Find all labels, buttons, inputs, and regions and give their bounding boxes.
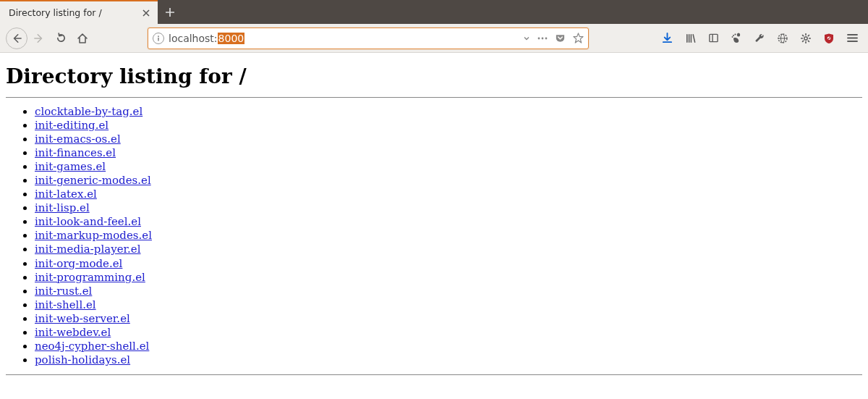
browser-tab[interactable]: Directory listing for /: [0, 0, 158, 24]
tab-bar: Directory listing for /: [0, 0, 868, 24]
url-host: localhost:: [169, 33, 218, 44]
list-item: init-lisp.el: [35, 201, 862, 215]
nav-bar: localhost:8000: [0, 24, 868, 53]
file-link[interactable]: clocktable-by-tag.el: [35, 105, 142, 118]
list-item: init-editing.el: [35, 119, 862, 133]
list-item: init-rust.el: [35, 285, 862, 298]
list-item: init-media-player.el: [35, 243, 862, 256]
list-item: init-org-mode.el: [35, 257, 862, 271]
list-item: neo4j-cypher-shell.el: [35, 340, 862, 353]
page-actions-icon[interactable]: [537, 37, 548, 40]
file-link[interactable]: neo4j-cypher-shell.el: [35, 340, 149, 353]
url-bar[interactable]: localhost:8000: [148, 28, 589, 49]
list-item: init-look-and-feel.el: [35, 215, 862, 229]
list-item: init-latex.el: [35, 188, 862, 201]
back-button[interactable]: [6, 28, 27, 49]
svg-rect-16: [801, 38, 803, 39]
dropdown-icon[interactable]: [523, 35, 530, 42]
list-item: init-generic-modes.el: [35, 174, 862, 188]
list-item: init-shell.el: [35, 298, 862, 312]
list-item: init-programming.el: [35, 271, 862, 285]
file-link[interactable]: init-games.el: [35, 160, 106, 173]
list-item: init-emacs-os.el: [35, 133, 862, 146]
svg-rect-21: [807, 40, 809, 42]
home-button[interactable]: [72, 28, 93, 49]
file-link[interactable]: init-lisp.el: [35, 201, 90, 214]
downloads-icon[interactable]: [660, 31, 674, 46]
url-port: 8000: [218, 33, 245, 44]
svg-point-8: [734, 33, 736, 35]
list-item: polish-holidays.el: [35, 353, 862, 367]
gnome-foot-icon[interactable]: [729, 31, 744, 46]
sidebar-icon[interactable]: [706, 31, 720, 46]
reload-button[interactable]: [51, 28, 71, 49]
svg-point-7: [737, 33, 740, 36]
svg-point-4: [545, 37, 548, 39]
svg-rect-19: [801, 40, 804, 42]
file-link[interactable]: init-shell.el: [35, 298, 96, 311]
divider: [6, 97, 862, 98]
page-title: Directory listing for /: [6, 64, 862, 88]
file-link[interactable]: init-editing.el: [35, 119, 109, 132]
toolbar-right: [660, 31, 862, 46]
bookmark-star-icon[interactable]: [573, 33, 584, 43]
new-tab-button[interactable]: [158, 0, 182, 24]
tab-title: Directory listing for /: [9, 7, 140, 18]
file-link[interactable]: init-generic-modes.el: [35, 174, 151, 187]
library-icon[interactable]: [683, 31, 697, 46]
svg-point-2: [538, 37, 540, 39]
ublock-shield-icon[interactable]: [822, 31, 836, 46]
svg-point-9: [733, 35, 734, 36]
svg-rect-1: [158, 38, 159, 41]
globe-icon[interactable]: [775, 31, 790, 46]
svg-point-3: [542, 37, 544, 39]
svg-rect-20: [801, 34, 804, 36]
file-link[interactable]: init-markup-modes.el: [35, 229, 152, 242]
gear-icon[interactable]: [799, 31, 813, 46]
list-item: init-webdev.el: [35, 326, 862, 340]
menu-hamburger-icon[interactable]: [845, 31, 859, 46]
list-item: init-games.el: [35, 160, 862, 174]
svg-rect-15: [805, 41, 807, 43]
file-link[interactable]: init-latex.el: [35, 188, 97, 201]
close-tab-icon[interactable]: [140, 7, 152, 19]
file-link[interactable]: init-programming.el: [35, 271, 145, 284]
list-item: clocktable-by-tag.el: [35, 105, 862, 119]
svg-rect-17: [809, 38, 811, 39]
list-item: init-markup-modes.el: [35, 229, 862, 243]
forward-button[interactable]: [29, 28, 49, 49]
list-item: init-finances.el: [35, 146, 862, 160]
file-link[interactable]: init-look-and-feel.el: [35, 215, 141, 228]
file-link[interactable]: init-web-server.el: [35, 312, 130, 325]
divider: [6, 374, 862, 375]
list-item: init-web-server.el: [35, 312, 862, 326]
svg-point-0: [158, 35, 159, 37]
file-link[interactable]: polish-holidays.el: [35, 353, 130, 366]
file-link[interactable]: init-webdev.el: [35, 326, 111, 339]
wrench-icon[interactable]: [752, 31, 767, 46]
page-content: Directory listing for / clocktable-by-ta…: [0, 53, 868, 384]
file-list: clocktable-by-tag.elinit-editing.elinit-…: [35, 105, 862, 367]
site-info-icon[interactable]: [153, 33, 164, 44]
pocket-icon[interactable]: [555, 33, 566, 43]
svg-point-10: [732, 36, 733, 38]
file-link[interactable]: init-finances.el: [35, 146, 116, 159]
file-link[interactable]: init-rust.el: [35, 285, 92, 298]
svg-rect-18: [807, 34, 809, 36]
file-link[interactable]: init-emacs-os.el: [35, 133, 121, 146]
file-link[interactable]: init-org-mode.el: [35, 257, 122, 270]
svg-rect-14: [805, 33, 807, 35]
file-link[interactable]: init-media-player.el: [35, 243, 141, 256]
url-text: localhost:8000: [169, 33, 519, 44]
svg-rect-5: [709, 34, 717, 41]
